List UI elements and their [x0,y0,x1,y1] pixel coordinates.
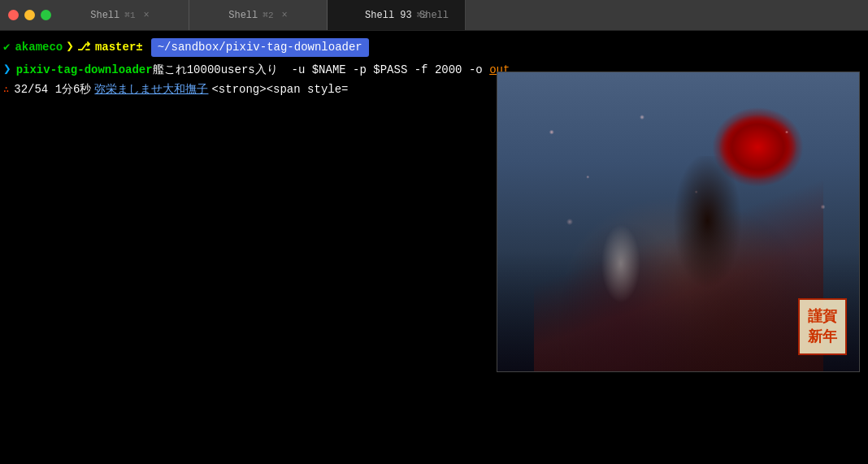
status-html: <strong><span style= [211,81,348,98]
terminal: ✔ akameco ❯ ⎇ master± ~/sandbox/pixiv-ta… [0,31,868,464]
prompt-arrow-icon: ❯ [66,37,74,57]
tab-2-close-icon[interactable]: × [282,10,288,21]
tab-shell-1[interactable]: Shell ⌘1 × [51,0,189,30]
titlebar: Shell ⌘1 × Shell ⌘2 × Shell 93 ⌘3 Shell [0,0,868,31]
tab-3-label: Shell 93 [365,10,412,21]
prompt-branch: master± [95,39,143,56]
cmd-prompt-icon: ❯ [3,60,11,80]
tab-2-shortcut: ⌘2 [263,10,273,20]
prompt-directory: ~/sandbox/pixiv-tag-downloader [151,38,369,57]
status-link[interactable]: 弥栄ましませ大和撫子 [94,81,208,98]
status-progress: 32/54 1分6秒 [14,81,91,98]
minimize-button[interactable] [24,10,35,20]
image-inner [497,72,859,371]
tab-shell-2[interactable]: Shell ⌘2 × [189,0,328,30]
tab-1-close-icon[interactable]: × [144,10,150,21]
maximize-button[interactable] [41,10,51,20]
tab-1-label: Shell [90,10,119,21]
tab-1-shortcut: ⌘1 [124,10,135,20]
cmd-name: pixiv-tag-downloader [16,62,153,79]
prompt-branch-icon: ⎇ [77,39,90,56]
tab-3-shortcut: ⌘3 [417,10,427,20]
close-button[interactable] [8,10,19,20]
prompt-line: ✔ akameco ❯ ⎇ master± ~/sandbox/pixiv-ta… [3,37,865,57]
figure-main [534,156,823,371]
figures-overlay [497,132,859,371]
image-preview [497,72,860,372]
prompt-user: akameco [15,39,63,56]
window-controls [0,10,51,20]
tab-shell-3[interactable]: Shell 93 ⌘3 [328,0,466,30]
prompt-check-icon: ✔ [3,39,10,56]
cmd-args: 艦これ10000users入り -u $NAME -p $PASS -f 200… [153,62,510,79]
status-dot-icon: ∴ [3,83,9,98]
tabs-container: Shell ⌘1 × Shell ⌘2 × Shell 93 ⌘3 [51,0,868,30]
tab-2-label: Shell [228,10,258,21]
